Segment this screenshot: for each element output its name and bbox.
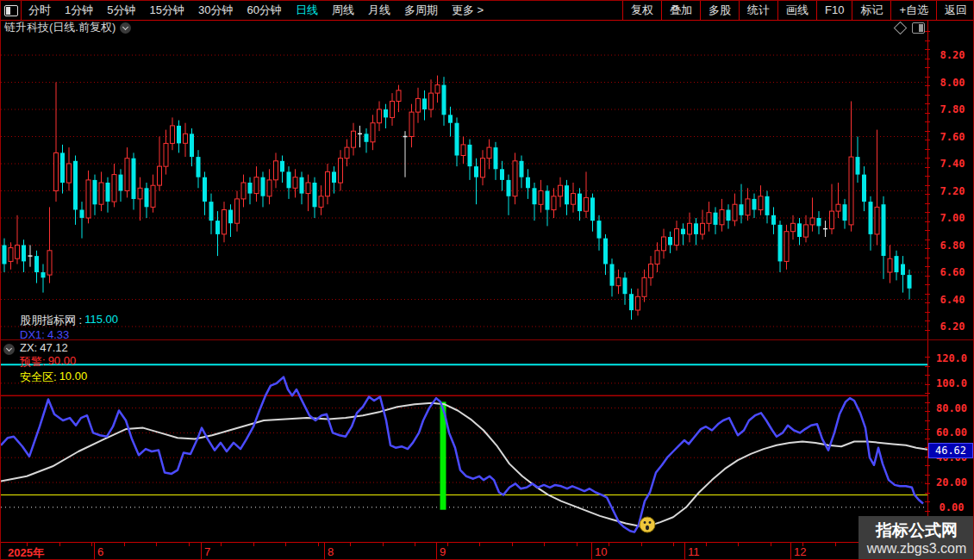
toolbar-button-6[interactable]: 标记 (852, 1, 890, 20)
indicator-field-value: 47.12 (40, 341, 68, 354)
indicator-axis-label: 100.0 (932, 377, 971, 389)
date-tick (641, 543, 642, 546)
indicator-axis-label: 20.00 (932, 476, 971, 488)
panel-separator (1, 339, 974, 340)
date-tick (479, 543, 480, 546)
date-tick (544, 543, 545, 546)
axis-tick (925, 194, 930, 195)
axis-tick (925, 49, 930, 50)
indicator-field-label: 预警: (20, 354, 46, 370)
watermark-site-name: 指标公式网 (876, 520, 958, 540)
month-label: 6 (97, 545, 103, 558)
price-axis-label: 7.20 (933, 185, 971, 197)
date-tick (738, 543, 739, 546)
price-axis-label: 6.60 (933, 266, 971, 278)
axis-tick (925, 59, 930, 59)
date-tick (447, 543, 448, 546)
date-tick (285, 543, 286, 546)
period-item-6[interactable]: 日线 (289, 1, 325, 20)
date-tick (706, 543, 707, 546)
month-gridline (790, 543, 791, 560)
date-tick (59, 543, 60, 546)
indicator-field-value: 10.00 (59, 370, 88, 385)
axis-tick (925, 158, 930, 159)
date-tick (512, 543, 513, 546)
price-axis-label: 8.00 (933, 77, 971, 89)
toolbar-button-0[interactable]: 复权 (622, 1, 661, 20)
indicator-field-value: 4.33 (47, 328, 69, 341)
price-axis-label: 6.40 (933, 294, 971, 306)
toolbar-button-8[interactable]: 返回 (936, 1, 974, 20)
maximize-pane-icon[interactable] (912, 22, 925, 34)
period-item-4[interactable]: 30分钟 (191, 1, 240, 20)
period-item-3[interactable]: 15分钟 (142, 1, 190, 20)
date-tick (221, 543, 222, 546)
toolbar-right-buttons: 复权叠加多股统计画线F10标记+自选返回 (622, 1, 974, 20)
toolbar-button-5[interactable]: F10 (816, 1, 852, 20)
month-gridline (684, 543, 685, 560)
indicator-chart[interactable] (1, 356, 927, 542)
layout-button[interactable] (1, 1, 22, 20)
marker-diamond-icon[interactable] (894, 22, 908, 35)
date-tick (253, 543, 254, 546)
period-item-10[interactable]: 更多 > (445, 1, 490, 20)
toolbar-button-3[interactable]: 统计 (739, 1, 777, 20)
indicator-field-0: 股朋指标网 :115.00 (20, 313, 118, 328)
chevron-down-icon[interactable] (120, 22, 131, 34)
price-axis-label: 7.40 (933, 158, 971, 170)
axis-tick (925, 258, 930, 258)
indicator-value-box: 46.62 (928, 443, 973, 458)
month-label: 7 (204, 545, 210, 558)
toolbar-button-4[interactable]: 画线 (777, 1, 816, 20)
date-tick (383, 543, 384, 546)
period-menu: 分时1分钟5分钟15分钟30分钟60分钟日线周线月线多周期更多 > (22, 1, 622, 20)
date-tick (156, 543, 157, 546)
split-pane-icon (4, 5, 18, 16)
indicator-field-4: 安全区:10.00 (20, 370, 118, 385)
chart-corner-icons (896, 22, 925, 34)
toolbar-button-1[interactable]: 叠加 (661, 1, 700, 20)
month-gridline (324, 543, 325, 560)
date-tick (415, 543, 415, 546)
period-item-8[interactable]: 月线 (361, 1, 397, 20)
axis-tick (925, 320, 930, 321)
axis-tick (925, 77, 930, 78)
chart-titlebar: 链升科技(日线.前复权) (4, 21, 131, 34)
period-item-9[interactable]: 多周期 (397, 1, 445, 20)
price-axis-label: 8.20 (933, 49, 971, 61)
axis-tick (925, 276, 930, 277)
month-label: 9 (440, 545, 446, 558)
axis-tick (925, 95, 930, 96)
indicator-field-3: 预警:90.00 (20, 354, 118, 370)
month-label: 10 (595, 545, 607, 558)
period-item-2[interactable]: 5分钟 (100, 1, 142, 20)
price-axis-label: 6.20 (933, 320, 971, 333)
period-item-5[interactable]: 60分钟 (240, 1, 288, 20)
period-item-1[interactable]: 1分钟 (58, 1, 100, 20)
axis-tick (925, 149, 930, 150)
toolbar-button-7[interactable]: +自选 (890, 1, 936, 20)
indicator-chevron-icon[interactable] (3, 344, 15, 355)
indicator-field-1: DX1:4.33 (20, 328, 118, 341)
price-axis-label: 7.60 (933, 131, 971, 143)
axis-tick (925, 294, 930, 295)
date-tick (609, 543, 609, 546)
period-item-0[interactable]: 分时 (22, 1, 58, 20)
axis-tick (925, 113, 930, 114)
axis-tick (925, 31, 930, 32)
axis-tick (925, 221, 930, 222)
indicator-field-value: 90.00 (48, 354, 77, 370)
date-axis[interactable]: 2025年 6789101112 (1, 542, 974, 560)
axis-tick (925, 230, 930, 231)
period-item-7[interactable]: 周线 (325, 1, 361, 20)
date-tick (577, 543, 578, 546)
date-tick (318, 543, 319, 546)
axis-tick (925, 67, 930, 68)
price-axis-label: 7.80 (933, 103, 971, 115)
candlestick-chart[interactable] (1, 27, 927, 337)
app-window: 分时1分钟5分钟15分钟30分钟60分钟日线周线月线多周期更多 > 复权叠加多股… (0, 0, 974, 560)
toolbar-button-2[interactable]: 多股 (700, 1, 739, 20)
axis-tick (925, 212, 930, 213)
date-tick (835, 543, 836, 546)
axis-tick (925, 284, 930, 285)
